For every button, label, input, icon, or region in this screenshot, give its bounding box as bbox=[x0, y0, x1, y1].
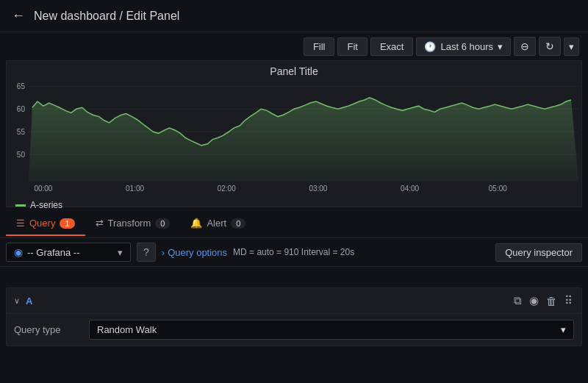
fit-button[interactable]: Fit bbox=[337, 37, 367, 56]
svg-text:04:00: 04:00 bbox=[401, 185, 419, 193]
drag-handle[interactable]: ⠿ bbox=[563, 293, 574, 309]
refresh-button[interactable]: ↻ bbox=[539, 37, 561, 56]
page-title: New dashboard / Edit Panel bbox=[34, 10, 179, 23]
query-a-section: ∨ A ⧉ ◉ 🗑 ⠿ Query type Random Walk ▾ bbox=[6, 287, 582, 346]
query-a-body: Query type Random Walk ▾ bbox=[7, 314, 581, 346]
copy-query-button[interactable]: ⧉ bbox=[512, 293, 523, 309]
query-options-label: Query options bbox=[168, 247, 227, 258]
transform-tab-icon: ⇄ bbox=[96, 218, 104, 229]
chart-panel: Panel Title 65 60 55 50 00:00 01:00 02:0… bbox=[6, 60, 582, 207]
query-type-label: Query type bbox=[14, 324, 80, 335]
cursor-area bbox=[0, 267, 588, 284]
delete-query-button[interactable]: 🗑 bbox=[545, 293, 559, 309]
clock-icon: 🕐 bbox=[424, 41, 436, 52]
query-options-meta: MD = auto = 910 Interval = 20s bbox=[233, 247, 354, 257]
svg-text:55: 55 bbox=[17, 128, 25, 136]
chevron-down-icon: ▾ bbox=[498, 41, 503, 52]
tab-query[interactable]: ☰ Query 1 bbox=[6, 212, 85, 236]
query-tab-badge: 1 bbox=[60, 218, 74, 229]
alert-tab-icon: 🔔 bbox=[190, 218, 202, 229]
query-inspector-button[interactable]: Query inspector bbox=[495, 243, 582, 262]
fill-button[interactable]: Fill bbox=[304, 37, 335, 56]
legend-color-swatch bbox=[15, 204, 26, 207]
alert-tab-label: Alert bbox=[207, 218, 226, 229]
datasource-icon: ◉ bbox=[14, 246, 23, 258]
chart-title: Panel Title bbox=[7, 61, 581, 79]
query-type-row: Query type Random Walk ▾ bbox=[14, 320, 574, 340]
chart-legend: A-series bbox=[7, 198, 581, 213]
query-a-letter: A bbox=[26, 296, 32, 307]
time-range-label: Last 6 hours bbox=[440, 41, 493, 52]
query-options-row: › Query options MD = auto = 910 Interval… bbox=[162, 247, 490, 258]
query-type-value: Random Walk bbox=[97, 324, 157, 335]
query-tab-label: Query bbox=[29, 218, 55, 229]
chart-svg: 65 60 55 50 00:00 01:00 02:00 03:00 04:0… bbox=[7, 79, 581, 196]
datasource-chevron-icon: ▾ bbox=[118, 247, 123, 258]
query-type-chevron-icon: ▾ bbox=[561, 324, 566, 335]
back-button[interactable]: ← bbox=[12, 8, 25, 24]
more-options-button[interactable]: ▾ bbox=[564, 37, 579, 56]
datasource-selector[interactable]: ◉ -- Grafana -- ▾ bbox=[6, 243, 131, 262]
toggle-visibility-button[interactable]: ◉ bbox=[528, 293, 540, 309]
tabs-bar: ☰ Query 1 ⇄ Transform 0 🔔 Alert 0 bbox=[0, 210, 588, 238]
svg-text:05:00: 05:00 bbox=[489, 185, 507, 193]
chevron-right-icon: › bbox=[162, 247, 165, 258]
header: ← New dashboard / Edit Panel bbox=[0, 0, 588, 32]
svg-text:02:00: 02:00 bbox=[218, 185, 236, 193]
zoom-out-button[interactable]: ⊖ bbox=[514, 37, 536, 56]
time-range-picker[interactable]: 🕐 Last 6 hours ▾ bbox=[416, 37, 511, 56]
transform-tab-label: Transform bbox=[108, 218, 151, 229]
alert-tab-badge: 0 bbox=[231, 218, 245, 229]
query-actions: ⧉ ◉ 🗑 ⠿ bbox=[512, 293, 574, 309]
toolbar: Fill Fit Exact 🕐 Last 6 hours ▾ ⊖ ↻ ▾ bbox=[0, 32, 588, 60]
svg-text:00:00: 00:00 bbox=[34, 185, 52, 193]
svg-text:50: 50 bbox=[17, 151, 25, 159]
svg-text:65: 65 bbox=[17, 82, 25, 90]
query-tab-icon: ☰ bbox=[16, 218, 25, 229]
tab-alert[interactable]: 🔔 Alert 0 bbox=[180, 212, 256, 236]
transform-tab-badge: 0 bbox=[155, 218, 170, 229]
svg-text:03:00: 03:00 bbox=[309, 185, 327, 193]
datasource-label: -- Grafana -- bbox=[27, 247, 80, 258]
svg-marker-14 bbox=[29, 98, 578, 182]
query-options-toggle[interactable]: › Query options bbox=[162, 247, 227, 258]
datasource-row: ◉ -- Grafana -- ▾ ? › Query options MD =… bbox=[0, 238, 588, 267]
collapse-button[interactable]: ∨ bbox=[14, 296, 20, 306]
legend-label: A-series bbox=[30, 200, 62, 210]
help-button[interactable]: ? bbox=[137, 243, 156, 262]
svg-text:60: 60 bbox=[17, 105, 25, 113]
svg-text:01:00: 01:00 bbox=[126, 185, 144, 193]
exact-button[interactable]: Exact bbox=[370, 37, 414, 56]
query-type-select[interactable]: Random Walk ▾ bbox=[89, 320, 574, 340]
query-a-header: ∨ A ⧉ ◉ 🗑 ⠿ bbox=[7, 288, 581, 314]
tab-transform[interactable]: ⇄ Transform 0 bbox=[85, 212, 181, 236]
